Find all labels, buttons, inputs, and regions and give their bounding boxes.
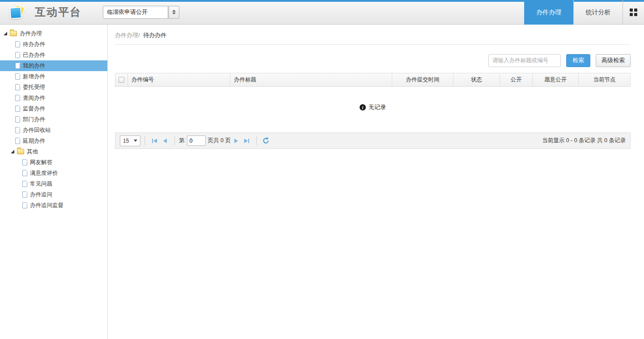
folder-icon [10, 31, 17, 36]
breadcrumb: 办件办理/ 待办办件 [115, 25, 631, 39]
document-icon [22, 170, 27, 176]
document-icon [15, 52, 20, 58]
document-icon [15, 138, 20, 144]
next-page-button[interactable] [231, 136, 242, 146]
tree-item-new[interactable]: 新增办件 [0, 71, 107, 82]
folder-icon [17, 149, 24, 154]
app-logo-icon [8, 4, 29, 21]
tree-item-faq[interactable]: 常见问题 [0, 178, 107, 189]
grid-icon [630, 8, 637, 16]
column-header-willing-public: 愿意公开 [533, 73, 579, 86]
tree-item-follow-up-supervision[interactable]: 办件追问监督 [0, 200, 107, 211]
site-selector-spinner-icon[interactable] [169, 6, 179, 19]
tree-item-pending[interactable]: 待办办件 [0, 39, 107, 50]
column-header-item-number: 办件编号 [128, 73, 230, 86]
tree-group-other[interactable]: 其他 [0, 146, 107, 157]
site-selector[interactable]: 临淄依申请公开 [103, 6, 179, 19]
column-header-current-node: 当前节点 [579, 73, 630, 86]
divider [256, 136, 257, 145]
document-icon [15, 106, 20, 112]
search-toolbar: 检索 高级检索 [115, 54, 631, 67]
document-icon [22, 181, 27, 187]
brand: 互动平台 [8, 3, 81, 21]
main-content: 办件办理/ 待办办件 检索 高级检索 办件编号 办件标题 办件提交时间 状态 公… [108, 25, 644, 339]
prev-page-button[interactable] [160, 136, 170, 146]
document-icon [15, 95, 20, 101]
tree-item-review[interactable]: 查阅办件 [0, 93, 107, 103]
brand-title: 互动平台 [35, 5, 81, 19]
column-header-public: 公开 [500, 73, 533, 86]
document-icon [15, 41, 20, 47]
sidebar-tree: 办件办理 待办办件 已办办件 我的办件 新增办件 委托受理 查阅办件 监督办件 [0, 25, 108, 339]
first-page-button[interactable] [149, 136, 160, 146]
tree-item-recycle-bin[interactable]: 办件回收站 [0, 125, 107, 136]
search-button[interactable]: 检索 [566, 54, 590, 67]
document-icon [15, 127, 20, 133]
chevron-down-icon [134, 140, 137, 142]
divider [174, 136, 175, 145]
tree-group-work-items[interactable]: 办件办理 [0, 28, 107, 39]
document-icon [22, 202, 27, 208]
tab-statistics[interactable]: 统计分析 [573, 0, 623, 25]
document-icon [15, 63, 20, 69]
select-all-checkbox[interactable] [119, 77, 124, 83]
tree-item-satisfaction[interactable]: 满意度评价 [0, 168, 107, 178]
breadcrumb-section: 办件办理/ [115, 32, 140, 38]
record-count-summary: 当前显示 0 - 0 条记录 共 0 条记录 [542, 137, 626, 144]
advanced-search-button[interactable]: 高级检索 [596, 54, 631, 67]
info-icon: i [360, 104, 366, 110]
document-icon [15, 73, 20, 80]
tree-item-delayed[interactable]: 延期办件 [0, 136, 107, 146]
tab-work-item-handling[interactable]: 办件办理 [524, 0, 573, 25]
tree-item-netizen-answers[interactable]: 网友解答 [0, 157, 107, 168]
site-selector-value[interactable]: 临淄依申请公开 [103, 6, 168, 19]
document-icon [22, 191, 27, 198]
apps-grid-button[interactable] [623, 0, 644, 25]
tree-item-my-items[interactable]: 我的办件 [0, 60, 107, 71]
tree-item-supervise[interactable]: 监督办件 [0, 103, 107, 114]
document-icon [15, 116, 20, 123]
app-header: 互动平台 临淄依申请公开 办件办理 统计分析 [0, 0, 644, 25]
pagination-bar: 15 第 页共 0 页 [115, 132, 631, 149]
page-number-input[interactable] [187, 136, 206, 146]
document-icon [15, 84, 20, 90]
refresh-button[interactable] [261, 136, 271, 146]
datagrid-header: 办件编号 办件标题 办件提交时间 状态 公开 愿意公开 当前节点 [115, 73, 631, 87]
column-header-status: 状态 [453, 73, 500, 86]
column-header-submit-time: 办件提交时间 [392, 73, 453, 86]
tree-item-entrusted[interactable]: 委托受理 [0, 82, 107, 93]
tree-item-department[interactable]: 部门办件 [0, 114, 107, 125]
page-size-select[interactable]: 15 [120, 136, 140, 146]
column-header-item-title: 办件标题 [230, 73, 392, 86]
divider [115, 44, 631, 45]
divider [144, 136, 145, 145]
empty-message: 无记录 [369, 103, 386, 111]
document-icon [22, 159, 27, 165]
empty-state: i 无记录 [115, 103, 631, 111]
refresh-icon [263, 137, 269, 144]
last-page-button[interactable] [242, 136, 252, 146]
tree-item-follow-up[interactable]: 办件追问 [0, 189, 107, 200]
search-input[interactable] [488, 54, 561, 67]
page-jump: 第 页共 0 页 [179, 136, 231, 146]
expander-icon[interactable] [4, 32, 7, 35]
expander-icon[interactable] [11, 150, 14, 153]
breadcrumb-current: 待办办件 [143, 32, 166, 38]
tree-item-done[interactable]: 已办办件 [0, 50, 107, 60]
